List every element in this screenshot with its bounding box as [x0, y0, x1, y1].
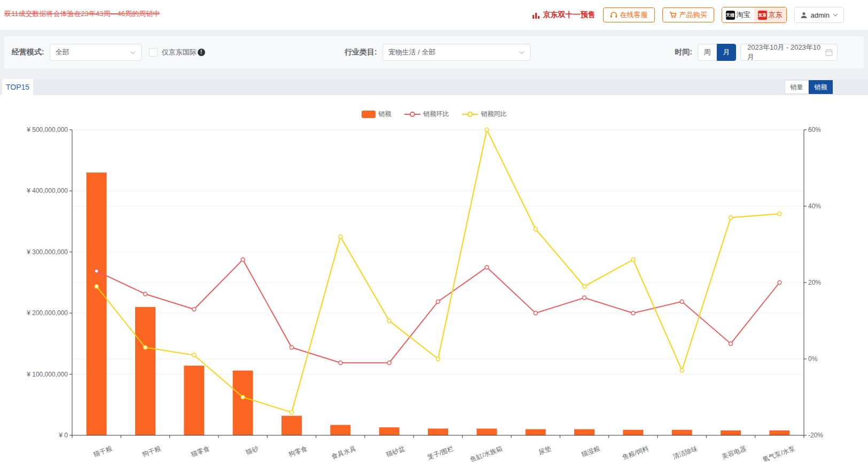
chart-point-销额环比-猫湿粮[interactable]: [583, 296, 587, 300]
user-icon: [800, 11, 808, 19]
chart-bar-狗干粮[interactable]: [135, 307, 155, 435]
chart-point-销额同比-氧气泵/水泵[interactable]: [778, 212, 781, 216]
y-axis-label-right: -20%: [808, 432, 823, 439]
chart-point-销额环比-食具水具[interactable]: [339, 361, 342, 365]
calendar-icon: [825, 49, 833, 56]
chart-point-销额环比-猫零食[interactable]: [192, 308, 196, 311]
time-filter-group: 时间: 周 月 2023年10月 - 2023年10月: [675, 44, 838, 61]
chart-point-销额环比-清洁除味[interactable]: [680, 300, 684, 303]
view-toggle-amount[interactable]: 销额: [809, 80, 833, 94]
x-axis-label: 猫干粮: [92, 444, 114, 458]
category-filter-group: 行业类目: 宠物生活 / 全部: [345, 44, 530, 61]
x-axis-label: 美容电器: [721, 445, 747, 461]
sales-chart: ¥ 0¥ 100,000,000¥ 200,000,000¥ 300,000,0…: [0, 122, 868, 462]
platform-switch: 天猫 淘宝 京东 京东: [722, 7, 787, 23]
bar-chart-icon: [532, 11, 540, 19]
chart-bar-清洁除味[interactable]: [672, 430, 692, 435]
taobao-switch[interactable]: 天猫 淘宝: [722, 7, 754, 22]
chart-bar-氧气泵/水泵[interactable]: [769, 430, 789, 435]
chart-point-销额环比-氧气泵/水泵[interactable]: [778, 281, 781, 285]
product-purchase-button[interactable]: 产品购买: [662, 7, 714, 22]
chart-point-销额环比-鱼粮/饲料[interactable]: [631, 311, 635, 315]
x-axis-label: 猫零食: [190, 445, 211, 458]
chart-point-销额环比-狗零食[interactable]: [290, 346, 294, 349]
chart-point-销额环比-美容电器[interactable]: [729, 342, 733, 346]
tab-top15[interactable]: TOP15: [2, 79, 33, 95]
y-axis-label-right: 40%: [808, 202, 821, 210]
time-week-toggle[interactable]: 周: [698, 44, 717, 61]
legend-item-sales[interactable]: 销额: [362, 109, 392, 119]
chart-point-销额环比-鱼缸/水族箱[interactable]: [485, 265, 489, 269]
jd-presale-link[interactable]: 京东双十一预售: [532, 10, 596, 20]
chart-point-销额同比-猫砂[interactable]: [241, 395, 245, 399]
x-axis-label: 氧气泵/水泵: [762, 445, 796, 462]
jd-badge-icon: 京东: [758, 11, 767, 20]
chart-bar-笼子/围栏[interactable]: [428, 428, 448, 435]
top-bar: 双11成交数据将会体验在23年43周—46周的周销中 京东双十一预售 在线客服: [0, 0, 868, 30]
filter-bar: 经营模式: 全部 仅京东国际 ! 行业类目: 宠物生活 / 全部 时间: 周 月…: [4, 36, 864, 68]
announcement-text: 双11成交数据将会体验在23年43周—46周的周销中: [4, 9, 160, 19]
chart-point-销额环比-猫干粮[interactable]: [95, 269, 98, 273]
chart-point-销额环比-尿垫[interactable]: [534, 311, 537, 315]
chart-point-销额同比-猫干粮[interactable]: [95, 285, 98, 288]
user-label: admin: [811, 11, 830, 19]
y-axis-label-right: 60%: [808, 126, 821, 134]
chart-point-销额同比-鱼缸/水族箱[interactable]: [485, 128, 489, 132]
chevron-down-icon: [519, 51, 525, 54]
chart-bar-美容电器[interactable]: [721, 430, 741, 435]
chart-legend: 销额 销额环比 销额同比: [0, 109, 868, 119]
chart-point-销额环比-笼子/围栏[interactable]: [436, 300, 440, 303]
online-service-button[interactable]: 在线客服: [603, 7, 655, 22]
view-toggle-qty[interactable]: 销量: [785, 80, 809, 94]
legend-line-swatch: [404, 111, 420, 118]
chart-bar-狗零食[interactable]: [281, 416, 302, 435]
category-select[interactable]: 宠物生活 / 全部: [382, 44, 530, 61]
taobao-label: 淘宝: [737, 10, 750, 20]
legend-label: 销额: [379, 109, 392, 119]
jd-intl-checkbox[interactable]: [149, 48, 158, 57]
date-range-field[interactable]: 2023年10月 - 2023年10月: [740, 44, 838, 61]
chart-point-销额同比-尿垫[interactable]: [534, 227, 537, 231]
chart-point-销额同比-笼子/围栏[interactable]: [436, 357, 440, 361]
user-menu[interactable]: admin: [794, 7, 844, 23]
mode-filter-group: 经营模式: 全部 仅京东国际 !: [12, 44, 205, 61]
chart-bar-尿垫[interactable]: [526, 429, 546, 435]
x-axis-label: 猫砂: [245, 444, 260, 456]
topbar-actions: 京东双十一预售 在线客服 产品购买 天猫 淘宝 京东: [532, 7, 844, 23]
mode-select[interactable]: 全部: [50, 44, 142, 61]
chart-point-销额同比-猫湿粮[interactable]: [583, 285, 587, 288]
jd-label: 京东: [769, 10, 783, 20]
y-axis-label-left: ¥ 400,000,000: [26, 187, 68, 194]
tmall-badge-icon: 天猫: [726, 11, 735, 20]
chart-point-销额同比-美容电器[interactable]: [729, 216, 733, 220]
chart-bar-猫零食[interactable]: [184, 366, 204, 435]
chart-point-销额同比-猫砂盆[interactable]: [387, 319, 391, 323]
legend-item-mom[interactable]: 销额环比: [404, 109, 449, 119]
chart-point-销额同比-猫零食[interactable]: [192, 353, 196, 357]
tab-row: TOP15 销量 销额: [0, 79, 868, 95]
info-icon[interactable]: !: [198, 49, 205, 56]
chart-bar-猫湿粮[interactable]: [574, 429, 595, 435]
y-axis-label-left: ¥ 200,000,000: [26, 309, 68, 317]
chart-bar-食具水具[interactable]: [330, 425, 350, 435]
chart-point-销额环比-狗干粮[interactable]: [144, 292, 147, 296]
chart-point-销额同比-清洁除味[interactable]: [680, 369, 684, 372]
jd-switch[interactable]: 京东 京东: [754, 7, 786, 22]
chart-bar-猫砂盆[interactable]: [379, 427, 400, 435]
chart-bar-猫干粮[interactable]: [87, 173, 107, 435]
chart-point-销额环比-猫砂盆[interactable]: [387, 361, 391, 365]
chart-bar-鱼粮/饲料[interactable]: [623, 430, 643, 435]
chart-point-销额环比-猫砂[interactable]: [241, 258, 245, 262]
legend-item-yoy[interactable]: 销额同比: [462, 109, 507, 119]
chart-bar-鱼缸/水族箱[interactable]: [476, 428, 497, 435]
chart-point-销额同比-狗零食[interactable]: [290, 411, 294, 414]
chart-point-销额同比-食具水具[interactable]: [339, 235, 342, 239]
x-axis-label: 狗干粮: [140, 444, 162, 458]
chart-point-销额同比-鱼粮/饲料[interactable]: [631, 258, 635, 262]
x-axis-label: 鱼粮/饲料: [621, 445, 650, 461]
chart-point-销额同比-狗干粮[interactable]: [144, 346, 147, 349]
time-month-toggle[interactable]: 月: [717, 44, 736, 61]
chart-bar-猫砂[interactable]: [233, 371, 253, 435]
time-label: 时间:: [675, 48, 692, 57]
x-axis-label: 尿垫: [537, 445, 552, 456]
